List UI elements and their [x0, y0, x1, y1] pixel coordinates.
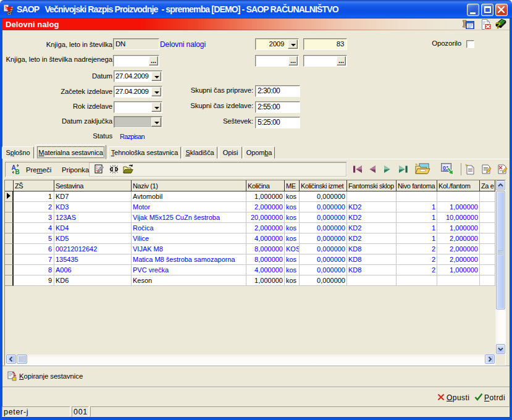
svg-text:B: B: [15, 169, 20, 175]
svg-text:?: ?: [495, 20, 501, 30]
